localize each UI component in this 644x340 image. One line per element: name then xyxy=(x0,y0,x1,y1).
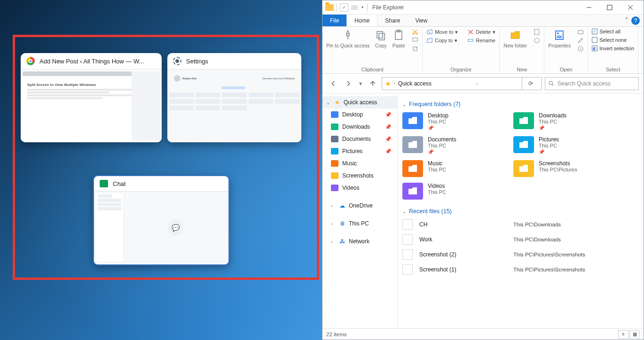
snap-card-chat-title: Chat xyxy=(113,180,126,187)
chrome-thumbnail: Split Screen to View Multiple Windows xyxy=(21,69,162,142)
chrome-icon xyxy=(26,57,35,65)
window-title: File Explorer xyxy=(372,4,404,11)
nav-item-videos[interactable]: Videos xyxy=(322,182,397,194)
nav-network[interactable]: ›🖧Network xyxy=(322,235,397,247)
copy-path-icon[interactable] xyxy=(412,37,418,44)
breadcrumb[interactable]: Quick access xyxy=(398,80,432,87)
minimize-button[interactable] xyxy=(579,0,599,15)
cut-icon[interactable] xyxy=(412,29,418,35)
titlebar[interactable]: ✓ ▾ File Explorer xyxy=(322,0,644,15)
svg-rect-10 xyxy=(413,38,418,41)
chat-thumbnail: 💬 xyxy=(94,191,228,263)
rename-button[interactable]: Rename xyxy=(467,37,495,44)
nav-item-desktop[interactable]: Desktop📌 xyxy=(322,108,397,121)
snap-card-settings-title: Settings xyxy=(186,58,208,65)
paste-shortcut-icon[interactable] xyxy=(412,46,418,52)
nav-item-downloads[interactable]: Downloads📌 xyxy=(322,121,397,133)
recent-file[interactable]: Screenshot (1)This PC\Pictures\Screensho… xyxy=(402,264,641,275)
chat-icon xyxy=(100,180,108,187)
recent-files-header[interactable]: ⌄Recent files (15) xyxy=(402,208,641,215)
qat-checkbox[interactable]: ✓ xyxy=(340,3,348,12)
nav-item-documents[interactable]: Documents📌 xyxy=(322,133,397,145)
snap-card-chat[interactable]: Chat 💬 xyxy=(93,175,229,265)
nav-onedrive[interactable]: ›☁OneDrive xyxy=(322,200,397,212)
svg-rect-1 xyxy=(607,5,612,10)
recent-file[interactable]: CHThis PC\Downloads xyxy=(402,219,641,230)
copy-to-button[interactable]: Copy to ▾ xyxy=(426,37,457,44)
delete-button[interactable]: Delete ▾ xyxy=(467,29,495,35)
folder-documents[interactable]: DocumentsThis PC📌 xyxy=(402,136,510,155)
folder-downloads[interactable]: DownloadsThis PC📌 xyxy=(513,112,621,131)
folder-desktop[interactable]: DesktopThis PC📌 xyxy=(402,112,510,131)
select-none-button[interactable]: Select none xyxy=(592,37,627,43)
nav-item-pictures[interactable]: Pictures📌 xyxy=(322,145,397,157)
star-icon: ★ xyxy=(385,80,391,87)
select-all-button[interactable]: ✓Select all xyxy=(592,29,620,34)
qat-folder-icon[interactable] xyxy=(351,5,358,10)
tab-home[interactable]: Home xyxy=(346,15,377,26)
close-button[interactable] xyxy=(620,0,641,15)
move-to-button[interactable]: Move to ▾ xyxy=(426,29,458,35)
address-bar-row: ▾ ★ › Quick access ⌄ ⟳ Search Quick acce… xyxy=(322,74,644,93)
address-bar[interactable]: ★ › Quick access ⌄ ⟳ xyxy=(382,77,542,90)
new-item-icon[interactable] xyxy=(534,29,540,35)
folder-music[interactable]: MusicThis PC xyxy=(402,160,510,177)
settings-thumbnail: Kazim Alvi Get even more out of Windows xyxy=(167,69,301,142)
up-button[interactable] xyxy=(367,77,379,90)
tab-view[interactable]: View xyxy=(408,15,435,26)
tab-share[interactable]: Share xyxy=(377,15,408,26)
status-text: 22 items xyxy=(326,332,346,337)
help-button[interactable]: ? xyxy=(631,16,640,25)
ribbon: Pin to Quick access Copy Paste xyxy=(322,27,644,74)
content-pane[interactable]: ⌄Frequent folders (7) DesktopThis PC📌 Do… xyxy=(398,93,644,328)
navigation-pane[interactable]: ⌄★ Quick access Desktop📌Downloads📌Docume… xyxy=(322,93,398,328)
view-details-button[interactable]: ≡ xyxy=(618,330,628,339)
frequent-folders-header[interactable]: ⌄Frequent folders (7) xyxy=(402,101,641,108)
edit-icon[interactable] xyxy=(577,37,584,44)
svg-rect-12 xyxy=(468,39,473,42)
copy-button[interactable]: Copy xyxy=(374,29,387,48)
nav-item-screenshots[interactable]: Screenshots xyxy=(322,170,397,182)
recent-file[interactable]: WorkThis PC\Downloads xyxy=(402,234,641,245)
forward-button[interactable] xyxy=(342,77,354,90)
snap-card-chrome-title: Add New Post ‹ All Things How — W... xyxy=(39,58,144,65)
recent-locations-button[interactable]: ▾ xyxy=(357,77,364,90)
paste-button[interactable]: Paste xyxy=(392,29,405,48)
snap-card-chrome[interactable]: Add New Post ‹ All Things How — W... Spl… xyxy=(21,53,162,142)
folder-icon xyxy=(325,4,334,11)
folder-screenshots[interactable]: ScreenshotsThis PC\Pictures xyxy=(513,160,621,177)
pin-to-quick-access-button[interactable]: Pin to Quick access xyxy=(326,29,369,48)
collapse-ribbon[interactable]: ⌃ xyxy=(622,15,631,26)
svg-rect-4 xyxy=(377,31,383,38)
nav-this-pc[interactable]: ›🖥This PC xyxy=(322,217,397,230)
svg-point-18 xyxy=(549,81,552,85)
nav-item-music[interactable]: Music xyxy=(322,157,397,170)
maximize-button[interactable] xyxy=(599,0,620,15)
folder-pictures[interactable]: PicturesThis PC📌 xyxy=(513,136,621,155)
history-icon[interactable] xyxy=(577,46,584,52)
svg-rect-15 xyxy=(556,31,563,39)
properties-button[interactable]: Properties xyxy=(548,29,571,48)
invert-selection-button[interactable]: ◐Invert selection xyxy=(592,46,634,51)
svg-rect-13 xyxy=(535,29,539,35)
ribbon-tabs: File Home Share View ⌃ ? xyxy=(322,15,644,27)
folder-videos[interactable]: VideosThis PC xyxy=(402,183,510,200)
snap-card-settings[interactable]: Settings Kazim Alvi Get even more out of… xyxy=(167,53,301,142)
back-button[interactable] xyxy=(327,77,339,90)
new-folder-button[interactable]: New folder xyxy=(503,29,527,48)
open-icon[interactable] xyxy=(577,29,584,35)
status-bar: 22 items ≡ ▦ xyxy=(322,328,644,340)
search-icon xyxy=(548,80,555,87)
qat-dropdown[interactable]: ▾ xyxy=(361,5,364,9)
view-icons-button[interactable]: ▦ xyxy=(629,330,640,339)
easy-access-icon[interactable] xyxy=(534,37,540,44)
file-explorer-window[interactable]: ✓ ▾ File Explorer File Home Share View ⌃… xyxy=(322,0,644,340)
nav-quick-access[interactable]: ⌄★ Quick access xyxy=(322,96,397,108)
tab-file[interactable]: File xyxy=(322,15,346,26)
refresh-button[interactable]: ⟳ xyxy=(522,77,539,90)
search-input[interactable]: Search Quick access xyxy=(545,77,639,90)
svg-point-9 xyxy=(416,33,418,35)
svg-rect-5 xyxy=(379,33,385,40)
recent-file[interactable]: Screenshot (2)This PC\Pictures\Screensho… xyxy=(402,249,641,260)
svg-point-14 xyxy=(534,38,540,43)
